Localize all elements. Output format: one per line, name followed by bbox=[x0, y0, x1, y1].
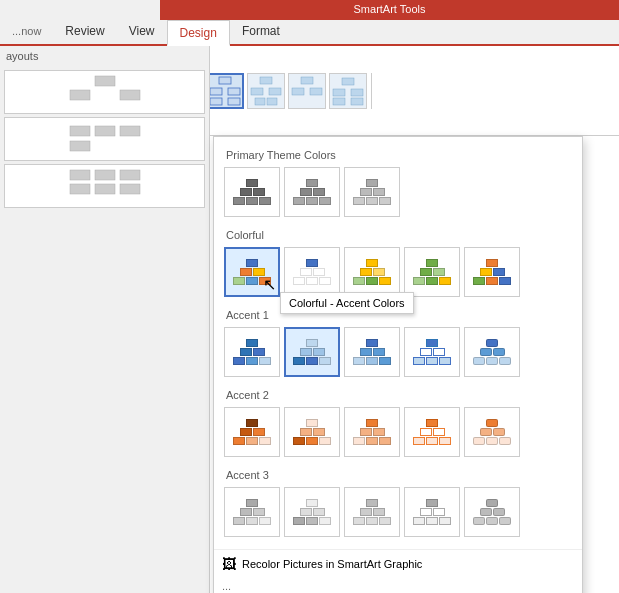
tab-design[interactable]: Design bbox=[167, 20, 230, 46]
svg-rect-18 bbox=[292, 88, 304, 95]
colorful-option-4[interactable] bbox=[404, 247, 460, 297]
svg-rect-33 bbox=[95, 170, 115, 180]
smartart-thumb-3[interactable] bbox=[247, 73, 285, 109]
accent1-option-2[interactable] bbox=[284, 327, 340, 377]
svg-rect-31 bbox=[70, 141, 90, 151]
colorful-option-1[interactable]: ↖ bbox=[224, 247, 280, 297]
svg-rect-32 bbox=[70, 170, 90, 180]
svg-rect-35 bbox=[70, 184, 90, 194]
dropdown-scroll-area[interactable]: Primary Theme Colors bbox=[214, 137, 582, 549]
accent3-color-row bbox=[222, 485, 574, 539]
accent3-option-3[interactable] bbox=[344, 487, 400, 537]
svg-rect-37 bbox=[120, 184, 140, 194]
tab-view[interactable]: View bbox=[117, 18, 167, 44]
change-colors-dropdown: Primary Theme Colors bbox=[213, 136, 583, 593]
svg-rect-21 bbox=[333, 89, 345, 96]
layout-item-3[interactable] bbox=[4, 164, 205, 208]
layout-list bbox=[0, 66, 209, 212]
svg-rect-28 bbox=[70, 126, 90, 136]
accent2-color-row bbox=[222, 405, 574, 459]
svg-rect-14 bbox=[269, 88, 281, 95]
svg-rect-9 bbox=[228, 88, 240, 95]
section-colorful: Colorful bbox=[222, 223, 574, 245]
accent2-option-3[interactable] bbox=[344, 407, 400, 457]
svg-rect-22 bbox=[351, 89, 363, 96]
layout-item-2[interactable] bbox=[4, 117, 205, 161]
tab-now[interactable]: ...now bbox=[0, 18, 53, 44]
section-primary: Primary Theme Colors bbox=[222, 143, 574, 165]
accent3-option-5[interactable] bbox=[464, 487, 520, 537]
svg-rect-23 bbox=[333, 98, 345, 105]
svg-rect-19 bbox=[310, 88, 322, 95]
smartart-thumb-5[interactable] bbox=[329, 73, 367, 109]
accent2-option-4[interactable] bbox=[404, 407, 460, 457]
colorful-option-3[interactable] bbox=[344, 247, 400, 297]
accent1-option-5[interactable] bbox=[464, 327, 520, 377]
accent1-color-row bbox=[222, 325, 574, 379]
more-options[interactable]: ... bbox=[214, 578, 582, 593]
svg-rect-13 bbox=[251, 88, 263, 95]
colorful-option-5[interactable] bbox=[464, 247, 520, 297]
svg-rect-36 bbox=[95, 184, 115, 194]
section-accent3: Accent 3 bbox=[222, 463, 574, 485]
accent3-option-4[interactable] bbox=[404, 487, 460, 537]
primary-option-2[interactable] bbox=[284, 167, 340, 217]
svg-rect-29 bbox=[95, 126, 115, 136]
accent3-option-2[interactable] bbox=[284, 487, 340, 537]
smartart-tools-title: SmartArt Tools bbox=[160, 0, 619, 20]
ribbon-tabs: ...now Review View Design Format 💡 Tell … bbox=[0, 20, 619, 46]
primary-option-3[interactable] bbox=[344, 167, 400, 217]
svg-rect-30 bbox=[120, 126, 140, 136]
colorful-option-2[interactable] bbox=[284, 247, 340, 297]
svg-rect-25 bbox=[95, 76, 115, 86]
primary-color-row bbox=[222, 165, 574, 219]
cursor-indicator: ↖ bbox=[263, 277, 276, 293]
svg-rect-8 bbox=[210, 88, 222, 95]
primary-option-1[interactable] bbox=[224, 167, 280, 217]
svg-rect-10 bbox=[210, 98, 222, 105]
recolor-label: Recolor Pictures in SmartArt Graphic bbox=[242, 558, 422, 570]
accent3-option-1[interactable] bbox=[224, 487, 280, 537]
section-accent2: Accent 2 bbox=[222, 383, 574, 405]
svg-rect-11 bbox=[228, 98, 240, 105]
left-panel: ayouts bbox=[0, 46, 210, 593]
accent1-option-4[interactable] bbox=[404, 327, 460, 377]
tab-review[interactable]: Review bbox=[53, 18, 116, 44]
accent2-option-5[interactable] bbox=[464, 407, 520, 457]
colorful-color-row: ↖ bbox=[222, 245, 574, 299]
smartart-thumb-2[interactable] bbox=[206, 73, 244, 109]
accent1-option-1[interactable] bbox=[224, 327, 280, 377]
color-option-tooltip: Colorful - Accent Colors bbox=[280, 292, 414, 314]
svg-rect-24 bbox=[351, 98, 363, 105]
smartart-thumb-4[interactable] bbox=[288, 73, 326, 109]
svg-rect-16 bbox=[267, 98, 277, 105]
svg-rect-34 bbox=[120, 170, 140, 180]
svg-rect-27 bbox=[120, 90, 140, 100]
svg-rect-15 bbox=[255, 98, 265, 105]
tab-format[interactable]: Format bbox=[230, 18, 292, 44]
svg-rect-7 bbox=[219, 77, 231, 84]
layouts-label: ayouts bbox=[0, 46, 209, 66]
recolor-icon: 🖼 bbox=[222, 556, 236, 572]
accent2-option-1[interactable] bbox=[224, 407, 280, 457]
accent1-option-3[interactable] bbox=[344, 327, 400, 377]
svg-rect-17 bbox=[301, 77, 313, 84]
accent2-option-2[interactable] bbox=[284, 407, 340, 457]
layout-item-1[interactable] bbox=[4, 70, 205, 114]
svg-rect-26 bbox=[70, 90, 90, 100]
svg-rect-20 bbox=[342, 78, 354, 85]
recolor-footer[interactable]: 🖼 Recolor Pictures in SmartArt Graphic bbox=[214, 549, 582, 578]
svg-rect-12 bbox=[260, 77, 272, 84]
